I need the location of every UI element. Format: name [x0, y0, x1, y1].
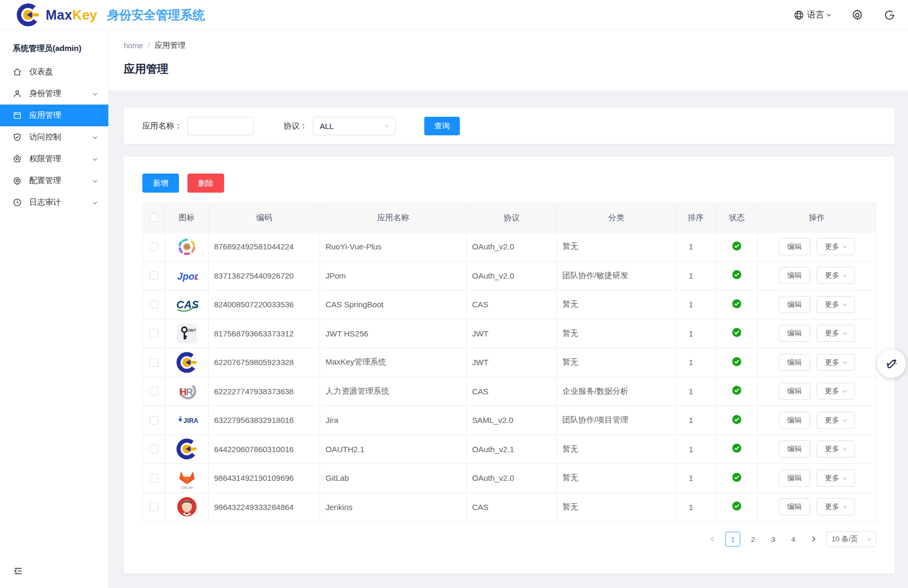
protocol-label: 协议：	[284, 121, 307, 131]
app-category: 暂无	[557, 319, 676, 348]
app-icon-cell: Jpom	[165, 262, 209, 290]
row-checkbox[interactable]	[150, 243, 158, 251]
sidebar-item-clock[interactable]: 日志审计	[0, 192, 108, 213]
more-button[interactable]: 更多	[817, 440, 855, 457]
edit-button[interactable]: 编辑	[779, 354, 810, 371]
more-button[interactable]: 更多	[817, 383, 855, 400]
app-sort: 1	[676, 348, 716, 377]
sidebar-collapse-button[interactable]	[13, 566, 23, 578]
row-checkbox[interactable]	[150, 387, 158, 395]
row-checkbox[interactable]	[150, 503, 158, 511]
sidebar-item-app[interactable]: 应用管理	[0, 105, 108, 126]
more-button[interactable]: 更多	[817, 267, 855, 284]
edit-button[interactable]: 编辑	[779, 498, 810, 515]
edit-button[interactable]: 编辑	[779, 383, 810, 400]
row-checkbox[interactable]	[150, 445, 158, 453]
app-icon-cell	[165, 435, 209, 464]
app-icon-jwt: JWT	[175, 322, 199, 345]
app-icon-cell	[165, 232, 209, 261]
chevron-down-icon	[842, 446, 846, 451]
topbar-actions: 语言	[794, 10, 895, 21]
app-category: 暂无	[557, 232, 676, 261]
status-cell	[716, 493, 758, 522]
breadcrumb: home / 应用管理	[124, 40, 893, 50]
edit-button[interactable]: 编辑	[779, 238, 810, 255]
row-actions: 编辑更多	[758, 319, 876, 348]
sidebar-item-user[interactable]: 身份管理	[0, 83, 108, 105]
search-button[interactable]: 查询	[424, 117, 460, 135]
protocol-select[interactable]: ALL	[313, 117, 396, 135]
app-icon-cell: JIRA	[165, 406, 209, 435]
edit-button[interactable]: 编辑	[779, 470, 810, 487]
select-all-checkbox[interactable]	[150, 213, 158, 222]
edit-button[interactable]: 编辑	[779, 296, 810, 313]
status-enabled-icon	[732, 241, 741, 252]
svg-text:JIRA: JIRA	[183, 417, 198, 425]
row-checkbox[interactable]	[150, 271, 158, 280]
app-protocol: OAuth_v2.0	[467, 262, 557, 290]
row-checkbox[interactable]	[150, 358, 158, 367]
row-checkbox[interactable]	[150, 474, 158, 482]
more-button[interactable]: 更多	[817, 354, 855, 371]
sidebar-item-label: 仪表盘	[29, 67, 97, 77]
edit-button[interactable]: 编辑	[779, 325, 810, 342]
magic-wand-button[interactable]	[877, 349, 906, 378]
edit-button[interactable]: 编辑	[779, 412, 810, 429]
app-code: 837136275440926720	[209, 262, 320, 290]
table-row: GitLab986431492190109696GitLabOAuth_v2.0…	[143, 464, 876, 493]
edit-button[interactable]: 编辑	[779, 440, 810, 457]
add-button[interactable]: 新增	[142, 174, 179, 193]
app-sort: 1	[676, 493, 716, 522]
more-button[interactable]: 更多	[817, 296, 855, 313]
language-menu[interactable]: 语言	[794, 10, 830, 21]
column-header: 协议	[467, 203, 557, 232]
more-button[interactable]: 更多	[817, 325, 855, 342]
app-sort: 1	[676, 377, 716, 406]
status-cell	[716, 464, 758, 492]
app-name: JWT HS256	[320, 319, 467, 348]
more-button[interactable]: 更多	[817, 412, 855, 429]
row-checkbox[interactable]	[150, 416, 158, 425]
app-protocol: CAS	[467, 377, 557, 406]
app-name-input[interactable]	[187, 117, 254, 135]
app-name: MaxKey管理系统	[320, 348, 467, 377]
table-row: CAS824008507220033536CAS SpringBootCAS暂无…	[143, 290, 876, 319]
status-enabled-icon	[732, 270, 741, 281]
status-cell	[716, 348, 758, 377]
app-category: 暂无	[557, 348, 676, 377]
row-checkbox[interactable]	[150, 329, 158, 338]
sidebar-item-shield[interactable]: 访问控制	[0, 126, 108, 148]
app-protocol: CAS	[467, 290, 557, 319]
status-enabled-icon	[732, 299, 741, 310]
sidebar-item-home[interactable]: 仪表盘	[0, 61, 108, 83]
app-name: OAUTH2.1	[320, 435, 467, 464]
logout-button[interactable]	[884, 10, 895, 21]
next-page-button[interactable]	[806, 532, 821, 547]
row-select-cell	[143, 290, 165, 319]
more-button[interactable]: 更多	[817, 498, 855, 515]
page-button-2[interactable]: 2	[746, 532, 760, 547]
row-select-cell	[143, 262, 165, 290]
breadcrumb-home-link[interactable]: home	[124, 41, 143, 50]
row-select-cell	[143, 348, 165, 377]
clock-icon	[13, 198, 22, 207]
edit-button[interactable]: 编辑	[779, 267, 810, 284]
status-enabled-icon	[732, 328, 741, 339]
app-sort: 1	[676, 464, 716, 492]
page-size-select[interactable]: 10 条/页	[826, 531, 876, 547]
top-bar: MaxKey 身份安全管理系统 语言	[0, 0, 908, 30]
chevron-down-icon	[842, 244, 846, 248]
sidebar-item-gear[interactable]: 配置管理	[0, 170, 108, 192]
status-enabled-icon	[732, 501, 741, 512]
prev-page-button[interactable]	[705, 532, 720, 547]
page-button-1[interactable]: 1	[725, 532, 740, 547]
more-button[interactable]: 更多	[817, 470, 855, 487]
page-button-3[interactable]: 3	[766, 532, 781, 547]
more-button[interactable]: 更多	[817, 238, 855, 255]
row-select-cell	[143, 435, 165, 464]
sidebar-item-badge[interactable]: 权限管理	[0, 148, 108, 170]
delete-button[interactable]: 删除	[187, 174, 224, 193]
settings-button[interactable]	[852, 10, 863, 21]
row-checkbox[interactable]	[150, 300, 158, 309]
page-button-4[interactable]: 4	[786, 532, 801, 547]
